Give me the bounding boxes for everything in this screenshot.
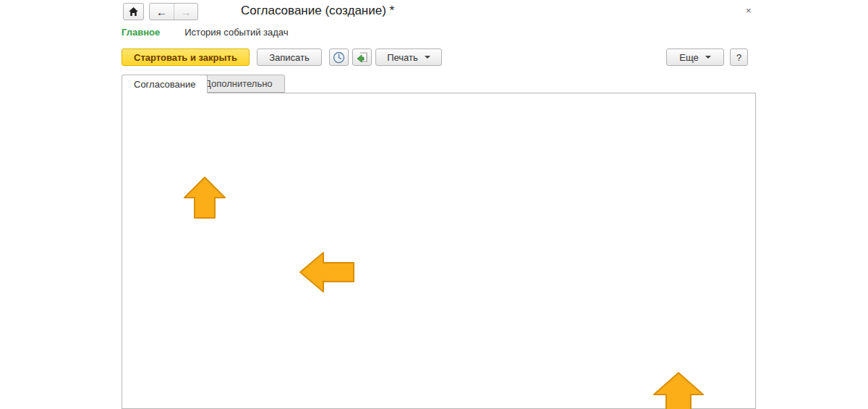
clock-icon xyxy=(333,51,345,64)
start-and-close-button[interactable]: Стартовать и закрыть xyxy=(122,49,250,66)
close-icon[interactable]: × xyxy=(746,6,752,15)
help-button[interactable]: ? xyxy=(730,49,748,66)
back-button[interactable]: ← xyxy=(150,4,174,20)
print-button-label: Печать xyxy=(387,52,418,63)
menu-task-history[interactable]: История событий задач xyxy=(184,27,288,38)
more-button[interactable]: Еще xyxy=(666,49,724,66)
form-panel xyxy=(122,93,756,409)
chevron-down-icon xyxy=(705,56,711,59)
import-file-icon xyxy=(357,52,368,63)
home-button[interactable] xyxy=(123,3,144,20)
approval-create-window: ← → Согласование (создание) * × Главное … xyxy=(0,0,868,409)
load-file-button[interactable] xyxy=(352,49,372,66)
chevron-down-icon xyxy=(425,56,430,59)
more-button-label: Еще xyxy=(679,52,698,63)
page-title: Согласование (создание) * xyxy=(241,4,394,18)
home-icon xyxy=(129,7,138,16)
menu-main[interactable]: Главное xyxy=(122,27,160,38)
history-nav: ← → xyxy=(149,3,198,20)
save-button[interactable]: Записать xyxy=(257,49,322,66)
tab-approval[interactable]: Согласование xyxy=(122,75,208,93)
print-button[interactable]: Печать xyxy=(375,49,442,66)
section-menu: Главное История событий задач xyxy=(122,27,289,38)
history-button[interactable] xyxy=(329,49,349,66)
forward-button[interactable]: → xyxy=(174,4,197,20)
